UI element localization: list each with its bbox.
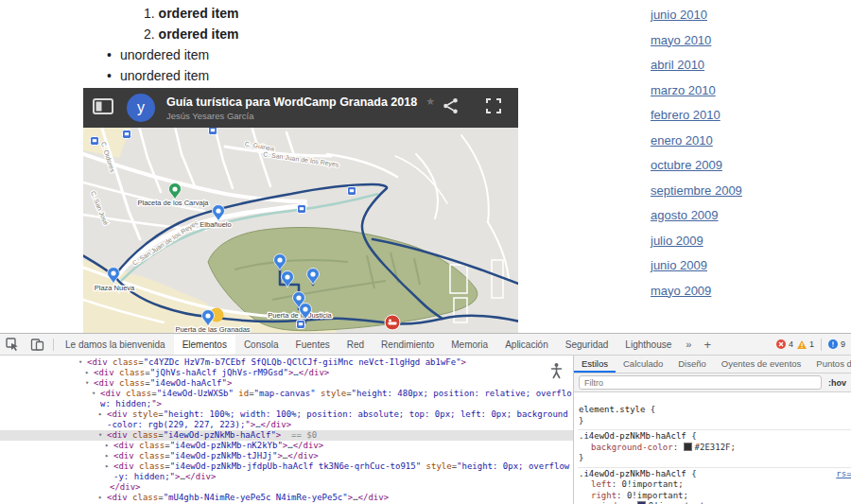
archive-link[interactable]: marzo 2010 [651, 83, 742, 97]
transit-station-icon[interactable] [298, 205, 306, 214]
unordered-item: •unordered item [107, 44, 209, 65]
tree-expand-arrow[interactable]: ▸ [105, 451, 109, 461]
devtools-tab-elementos[interactable]: Elementos [174, 335, 235, 355]
tree-expand-arrow[interactable]: ▸ [98, 409, 102, 420]
dom-token: > [461, 357, 466, 367]
tree-expand-arrow[interactable]: ▸ [105, 461, 109, 472]
dom-node[interactable]: ▾<div class="i4ewOd-UzWXSb" id="map-canv… [0, 389, 573, 409]
map-canvas[interactable]: C. OidoresC. San JoséC. GuineaC. San Jua… [83, 128, 518, 333]
devtools-tab-fuentes[interactable]: Fuentes [287, 335, 339, 355]
dom-node[interactable]: ▾<div class="i4ewOd-pzNkMb-haAclf"> == $… [0, 430, 573, 441]
unordered-item: •unordered item [107, 65, 209, 86]
devtools-tab-rendimiento[interactable]: Rendimiento [373, 335, 443, 355]
archive-link[interactable]: junio 2009 [651, 258, 742, 272]
styles-tab-oyentes-de-eventos[interactable]: Oyentes de eventos [714, 356, 809, 373]
css-selector[interactable]: element.style [579, 405, 645, 414]
styles-tab-calculado[interactable]: Calculado [616, 356, 670, 373]
archive-link[interactable]: mayo 2010 [651, 33, 742, 47]
map-title[interactable]: Guía turística para WordCamp Granada 201… [166, 96, 417, 109]
css-rule[interactable]: element.style {} [578, 404, 851, 430]
archive-link[interactable]: abril 2010 [651, 58, 742, 72]
add-tab-icon[interactable]: + [697, 338, 718, 352]
star-icon[interactable]: ★ [426, 96, 435, 108]
tree-expand-arrow[interactable]: ▸ [105, 441, 109, 451]
share-icon[interactable] [443, 97, 460, 118]
styles-tab-diseño[interactable]: Diseño [670, 356, 714, 373]
transit-station-icon[interactable] [123, 130, 131, 139]
css-selector[interactable]: .i4ewOd-pzNkMb-haAclf [579, 431, 686, 441]
dom-token: <div [113, 461, 134, 471]
dom-node[interactable]: ▾<div class="i4ewOd-haAclf"> [0, 378, 573, 389]
transit-station-icon[interactable] [348, 187, 356, 196]
archive-link[interactable]: junio 2010 [651, 8, 742, 22]
dom-token: <div [94, 378, 114, 388]
issues-badge[interactable]: 9 [828, 339, 845, 349]
device-toolbar-icon[interactable] [25, 338, 50, 351]
fullscreen-icon[interactable] [486, 98, 501, 117]
css-property-name: left [591, 479, 612, 489]
more-tabs-icon[interactable]: » [680, 339, 697, 350]
dom-node[interactable]: ▸<div style="height: 100%; width: 100%; … [0, 409, 573, 430]
styles-tab-estilos[interactable]: Estilos [574, 356, 616, 373]
dom-node[interactable]: ▸<div class="i4ewOd-pzNkMb-nK2kYb">…</di… [0, 441, 573, 451]
devtools-tab-seguridad[interactable]: Seguridad [557, 335, 617, 355]
map-legend-toggle-icon[interactable] [93, 98, 113, 118]
devtools-tab-memoria[interactable]: Memoria [443, 335, 496, 355]
css-selector[interactable]: .i4ewOd-pzNkMb-haAclf [579, 469, 686, 478]
transit-station-icon[interactable] [91, 137, 99, 146]
styles-filter-input[interactable] [579, 375, 822, 390]
archive-link[interactable]: octubre 2009 [651, 158, 742, 172]
map-lodging-marker[interactable] [385, 315, 400, 330]
css-rule[interactable]: .i4ewOd-pzNkMb-haAclf {background-color:… [578, 430, 851, 468]
inspect-element-icon[interactable] [0, 338, 25, 351]
dom-token: class [134, 441, 165, 450]
archive-link[interactable]: agosto 2009 [651, 208, 742, 222]
archive-link[interactable]: julio 2009 [651, 234, 742, 248]
color-swatch[interactable] [684, 443, 692, 451]
accessibility-icon[interactable] [547, 360, 564, 381]
tree-expand-arrow[interactable]: ▾ [78, 357, 82, 368]
stylesheet-link[interactable]: rs=A [836, 469, 851, 480]
dom-node[interactable]: ▾<div class="c4YZDc HzV7m-b7CEbf SfQLQb-… [0, 357, 573, 368]
hov-toggle[interactable]: :hov [828, 378, 846, 388]
devtools-tab-le-damos-la-bienvenida[interactable]: Le damos la bienvenida [57, 335, 174, 355]
dom-token: "mU4ghb-N4imRe-yePe5c N4imRe-yePe5c" [164, 493, 348, 502]
dom-node[interactable]: ▸<div class="mU4ghb-N4imRe-yePe5c N4imRe… [0, 493, 573, 503]
css-property[interactable]: left: 0!important; [579, 479, 851, 491]
archive-link[interactable]: septiembre 2009 [651, 183, 742, 198]
archive-link[interactable]: febrero 2010 [651, 108, 742, 122]
devtools-tab-strip: Le damos la bienvenidaElementosConsolaFu… [57, 335, 680, 355]
tree-expand-arrow[interactable]: ▸ [98, 493, 102, 503]
dom-token: <div [107, 493, 128, 502]
archive-link[interactable]: mayo 2009 [651, 284, 742, 298]
error-badge[interactable]: 4 [776, 339, 793, 349]
archive-link[interactable]: enero 2010 [651, 133, 742, 148]
tree-expand-arrow[interactable]: ▾ [85, 378, 89, 389]
css-rule-close: } [579, 453, 851, 464]
dom-node[interactable]: ▸<div class="i4ewOd-pzNkMb-tJHJj">…</div… [0, 451, 573, 461]
avatar[interactable]: y [127, 94, 155, 122]
tree-expand-arrow[interactable]: ▾ [92, 389, 96, 399]
css-property[interactable]: background-color: #2E312F; [579, 443, 851, 454]
warning-badge[interactable]: 1 [797, 339, 814, 349]
elements-tree: ▾<div class="c4YZDc HzV7m-b7CEbf SfQLQb-… [0, 356, 574, 504]
css-rule[interactable]: .i4ewOd-pzNkMb-haAclf {rs=Aleft: 0!impor… [578, 468, 851, 504]
dom-token: style [421, 461, 452, 471]
devtools-tab-lighthouse[interactable]: Lighthouse [617, 335, 680, 355]
devtools-tab-aplicación[interactable]: Aplicación [496, 335, 557, 355]
dom-node[interactable]: ▸<div class="jQhVs-haAclf jQhVs-rM9Gsd">… [0, 368, 573, 378]
poi-label: Elbañuelo [200, 220, 231, 229]
styles-tab-puntos-de-inter[interactable]: Puntos de inter [808, 356, 851, 373]
dom-node[interactable]: ▸<div class="i4ewOd-pzNkMb-jfdpUb-haAclf… [0, 461, 573, 482]
devtools-tab-red[interactable]: Red [339, 335, 373, 355]
devtools-status-badges: 4 1 9 [776, 339, 851, 351]
transit-station-icon[interactable] [297, 321, 305, 329]
ordered-item-text: ordered item [159, 26, 239, 42]
transit-station-icon[interactable] [209, 128, 217, 135]
css-property[interactable]: right: 0!important; [579, 491, 851, 502]
tree-expand-arrow[interactable]: ▸ [85, 368, 89, 378]
tree-expand-arrow[interactable]: ▾ [98, 430, 102, 441]
devtools-tab-consola[interactable]: Consola [235, 335, 287, 355]
dom-node[interactable]: </div> [0, 482, 573, 493]
css-property-name: background-color [591, 443, 673, 452]
